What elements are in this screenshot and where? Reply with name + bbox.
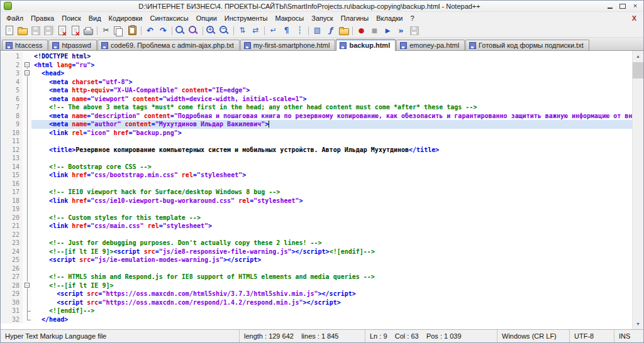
tab-code69-admin-ajax[interactable]: code69. Проблема с admin-ajax.php.txt (97, 40, 240, 50)
menu-settings[interactable]: Опции (192, 13, 221, 23)
code-line[interactable]: 12 <title>Резервное копирование компьюте… (1, 146, 632, 155)
fold-margin (23, 205, 31, 214)
minimize-button[interactable] (604, 1, 616, 11)
find-button[interactable] (174, 24, 187, 36)
new-file-button[interactable] (3, 24, 16, 36)
menu-tools[interactable]: Инструменты (221, 13, 272, 23)
code-line[interactable]: 18 <link href="css/ie10-viewport-bug-wor… (1, 197, 632, 205)
code-line[interactable]: 22 (1, 231, 632, 239)
maximize-button[interactable] (616, 1, 629, 11)
scroll-up-arrow-icon[interactable]: ▲ (633, 51, 643, 62)
close-file-button[interactable] (55, 24, 69, 36)
code-line[interactable]: 28− <!--[if lt IE 9]> (1, 281, 632, 290)
function-list-button[interactable]: ƒ (324, 24, 337, 36)
vertical-scrollbar[interactable]: ▲ ▼ (632, 51, 643, 329)
fold-margin (23, 171, 31, 180)
code-line[interactable]: 10 <link rel="icon" href="backup.png"> (1, 129, 632, 138)
code-line[interactable]: 1<!DOCTYPE html> (1, 52, 632, 61)
code-line[interactable]: 5 <meta http-equiv="X-UA-Compatible" con… (1, 86, 632, 95)
code-line[interactable]: 29 <script src="https://oss.maxcdn.com/h… (1, 290, 632, 298)
scrollbar-thumb[interactable] (633, 62, 643, 79)
code-line[interactable]: 23 <!-- Just for debugging purposes. Don… (1, 239, 632, 248)
scrollbar-track[interactable] (633, 62, 643, 318)
menu-help[interactable]: ? (406, 13, 418, 23)
menu-file[interactable]: Файл (3, 13, 27, 23)
tab-htaccess[interactable]: htaccess (2, 40, 48, 50)
code-line[interactable]: 31 <![endif]--> (1, 307, 632, 315)
code-line[interactable]: 8 <meta name="description" content="Подр… (1, 112, 632, 121)
code-text: <!--[if lt IE 9]> (31, 281, 632, 290)
code-line[interactable]: 4 <meta charset="utf-8"> (1, 78, 632, 87)
code-line[interactable]: 11 (1, 137, 632, 146)
redo-button[interactable]: ↷ (157, 24, 170, 36)
scroll-down-arrow-icon[interactable]: ▼ (633, 318, 643, 329)
tab-backup[interactable]: backup.html (336, 39, 396, 51)
replace-button[interactable] (187, 24, 201, 36)
menu-search[interactable]: Поиск (58, 13, 84, 23)
code-line[interactable]: 3− <head> (1, 69, 632, 78)
tab-my-first-smartphone[interactable]: my-first-smartphone.html (240, 40, 336, 50)
tab-htpasswd[interactable]: htpasswd (48, 40, 96, 50)
code-line[interactable]: 25 <script src="js/ie-emulation-modes-wa… (1, 256, 632, 264)
code-line[interactable]: 9 <meta name="author" content="Мухутдино… (1, 120, 632, 129)
code-line[interactable]: 27 <!-- HTML5 shim and Respond.js for IE… (1, 273, 632, 281)
line-number: 8 (1, 112, 23, 121)
code-line[interactable]: 19 (1, 205, 632, 214)
code-line[interactable]: 17 <!-- IE10 viewport hack for Surface/d… (1, 188, 632, 197)
code-line[interactable]: 13 (1, 154, 632, 163)
menu-macro[interactable]: Макросы (271, 13, 308, 23)
close-button[interactable]: × (629, 1, 641, 11)
run-macro-multi-button[interactable]: » (394, 24, 408, 36)
line-number: 13 (1, 154, 23, 163)
folder-workspace-button[interactable] (337, 24, 350, 36)
word-wrap-button[interactable]: ↵ (267, 24, 280, 36)
show-all-chars-button[interactable]: ¶ (280, 24, 293, 36)
play-macro-button[interactable]: ▶ (381, 24, 394, 36)
tab-emoney-pa[interactable]: emoney-pa.html (396, 40, 465, 50)
fold-toggle[interactable]: − (23, 69, 31, 78)
code-line[interactable]: 2−<html lang="ru"> (1, 61, 632, 70)
code-line[interactable]: 30 <script src="https://oss.maxcdn.com/r… (1, 298, 632, 307)
paste-button[interactable] (126, 24, 139, 36)
editor-text-area[interactable]: 1<!DOCTYPE html>2−<html lang="ru">3− <he… (1, 51, 632, 329)
menu-view[interactable]: Вид (85, 13, 105, 23)
code-line[interactable]: 24 <!--[if lt IE 9]><script src="js/ie8-… (1, 248, 632, 256)
close-all-button[interactable] (69, 24, 82, 36)
code-line[interactable]: 16 (1, 180, 632, 188)
fold-toggle[interactable]: − (23, 61, 31, 70)
zoom-out-icon (219, 26, 227, 33)
tab-label: backup.html (349, 41, 390, 49)
menu-encoding[interactable]: Кодировки (105, 13, 147, 23)
menu-window-tabs[interactable]: Вкладки (372, 13, 406, 23)
run-macro-multi-icon: » (398, 25, 403, 36)
doc-map-icon: ▧ (314, 25, 321, 36)
doc-map-button[interactable]: ▧ (311, 24, 324, 36)
fold-toggle[interactable]: − (23, 281, 31, 290)
zoom-in-button[interactable] (205, 24, 218, 36)
code-line[interactable]: 15 <link href="css/bootstrap.min.css" re… (1, 171, 632, 180)
code-line[interactable]: 21 <link href="css/main.css" rel="styles… (1, 222, 632, 231)
copy-button[interactable] (113, 24, 126, 36)
menu-language[interactable]: Синтаксисы (147, 13, 192, 23)
print-button[interactable] (82, 24, 95, 36)
indent-guide-button[interactable]: ┆ (293, 24, 306, 36)
code-line[interactable]: 20 <!-- Custom styles for this template … (1, 214, 632, 222)
sync-vertical-button[interactable]: ⇅ (236, 24, 249, 36)
menu-run[interactable]: Запуск (308, 13, 336, 23)
open-folder-button[interactable] (16, 24, 29, 36)
code-line[interactable]: 26 (1, 264, 632, 273)
menu-edit[interactable]: Правка (27, 13, 58, 23)
cut-button[interactable]: ✂ (99, 24, 113, 36)
zoom-out-button[interactable] (218, 24, 231, 36)
record-macro-button[interactable]: ● (355, 24, 368, 36)
code-line[interactable]: 14 <!-- Bootstrap core CSS --> (1, 163, 632, 172)
code-line[interactable]: 6 <meta name="viewport" content="width=d… (1, 95, 632, 104)
undo-button[interactable]: ↶ (143, 24, 157, 36)
menubar-close-button[interactable]: X (627, 14, 641, 22)
code-line[interactable]: 32 </head> (1, 315, 632, 324)
menu-plugins[interactable]: Плагины (337, 13, 373, 23)
status-insert-mode: INS (614, 330, 643, 342)
sync-horizontal-button[interactable]: ⇄ (249, 24, 262, 36)
code-line[interactable]: 7 <!-- The above 3 meta tags *must* come… (1, 103, 632, 112)
tab-subscribe-form-code[interactable]: Готовый код формы подписки.txt (465, 40, 589, 50)
